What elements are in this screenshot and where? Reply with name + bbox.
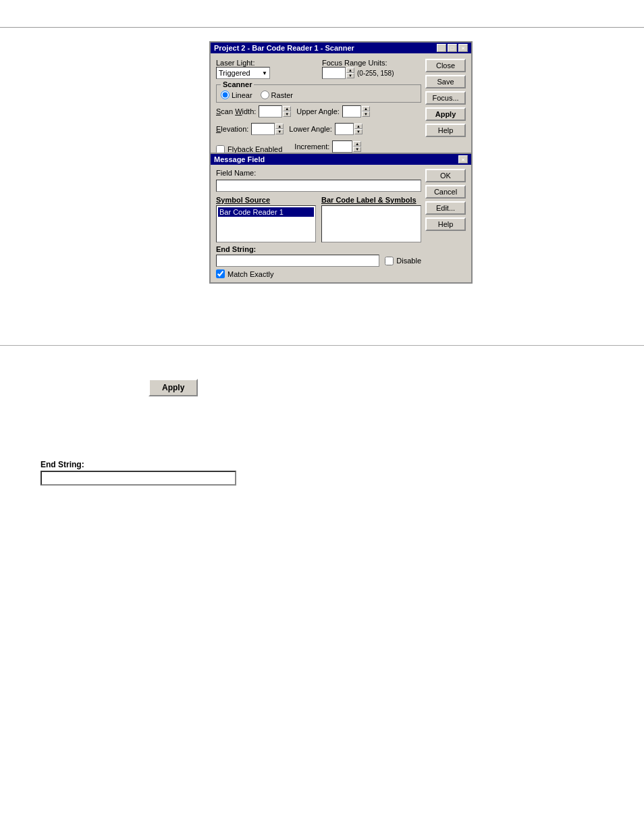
apply-standalone-button[interactable]: Apply	[149, 379, 198, 396]
save-button[interactable]: Save	[425, 75, 466, 88]
message-left-panel: Field Name: a Symbol Source Bar Code Rea…	[216, 169, 421, 278]
elev-lower-row: Elevation: 0 ▲ ▼ Lower Angle: 0	[216, 123, 421, 138]
cancel-button[interactable]: Cancel	[425, 185, 466, 199]
lower-angle-label: Lower Angle:	[289, 125, 332, 133]
elevation-input[interactable]: 0	[251, 123, 275, 135]
upper-angle-up[interactable]: ▲	[362, 106, 370, 111]
symbol-source-label: Symbol Source	[216, 196, 316, 204]
raster-radio[interactable]: Raster	[261, 90, 293, 99]
disable-row: Disable	[385, 257, 421, 265]
edit-button[interactable]: Edit...	[425, 201, 466, 215]
end-string-section: End String: Disable Match Exactly	[216, 245, 421, 278]
increment-input[interactable]: 0.1	[332, 140, 352, 153]
lower-angle-input[interactable]: 0	[335, 123, 354, 135]
lower-angle-down[interactable]: ▼	[354, 129, 363, 134]
laser-light-value: Triggered	[219, 69, 250, 77]
lower-angle-arrows: ▲ ▼	[354, 124, 363, 134]
msg-help-button[interactable]: Help	[425, 217, 466, 231]
focus-up-arrow[interactable]: ▲	[346, 68, 354, 73]
source-selected-item[interactable]: Bar Code Reader 1	[218, 207, 314, 217]
raster-radio-input[interactable]	[261, 90, 269, 99]
scanner-dialog: Project 2 - Bar Code Reader 1 - Scanner …	[209, 41, 473, 162]
scanner-title-bar: Project 2 - Bar Code Reader 1 - Scanner …	[211, 43, 471, 53]
linear-label: Linear	[232, 91, 252, 99]
focus-range-input[interactable]: 150	[322, 67, 346, 79]
message-right-buttons: OK Cancel Edit... Help	[425, 169, 466, 278]
lower-angle-up[interactable]: ▲	[354, 124, 363, 129]
mid-rule	[0, 345, 644, 346]
scan-upper-row: Scan Width: 80 ▲ ▼ Upper Angle: 0	[216, 105, 421, 120]
symbol-source-col: Symbol Source Bar Code Reader 1	[216, 196, 316, 242]
lower-angle-spinner: 0 ▲ ▼	[335, 123, 363, 135]
scanner-top-row: Laser Light: Triggered ▼ Focus Range Uni…	[216, 59, 421, 82]
scanner-group-box: Scanner Linear Raster	[216, 84, 421, 103]
end-string-standalone-input[interactable]	[41, 471, 236, 486]
upper-angle-input[interactable]: 0	[342, 105, 361, 118]
focus-button[interactable]: Focus...	[425, 91, 466, 105]
focus-range-row: 150 ▲ ▼ (0-255, 158)	[322, 67, 421, 79]
scan-width-arrows: ▲ ▼	[283, 106, 291, 117]
close-icon[interactable]: ×	[458, 44, 468, 52]
elevation-row: Elevation: 0 ▲ ▼	[216, 123, 284, 135]
increment-label: Increment:	[294, 142, 329, 151]
scan-width-input[interactable]: 80	[259, 105, 282, 118]
raster-label: Raster	[271, 91, 293, 99]
ok-button[interactable]: OK	[425, 169, 466, 182]
help-button[interactable]: Help	[425, 124, 466, 137]
end-string-input[interactable]	[216, 255, 379, 267]
dropdown-arrow-icon: ▼	[262, 70, 267, 76]
scanner-radio-group: Linear Raster	[221, 88, 417, 99]
increment-row: Increment: 0.1 ▲ ▼	[294, 140, 361, 153]
scan-width-down[interactable]: ▼	[283, 111, 291, 117]
apply-button[interactable]: Apply	[425, 107, 466, 121]
elevation-label: Elevation:	[216, 125, 248, 133]
disable-checkbox[interactable]	[385, 257, 394, 265]
end-string-label: End String:	[216, 245, 421, 253]
minimize-button[interactable]: _	[437, 44, 446, 52]
maximize-button[interactable]: □	[448, 44, 457, 52]
field-name-row: Field Name:	[216, 169, 421, 177]
symbol-source-list[interactable]: Bar Code Reader 1	[216, 205, 316, 242]
focus-range-arrows: ▲ ▼	[346, 68, 354, 78]
focus-range-section: Focus Range Units: 150 ▲ ▼ (0-255, 158)	[322, 59, 421, 82]
scan-width-row: Scan Width: 80 ▲ ▼	[216, 105, 291, 118]
upper-angle-label: Upper Angle:	[296, 107, 340, 115]
message-title-controls: ×	[458, 155, 468, 163]
laser-light-label: Laser Light:	[216, 59, 315, 67]
elevation-down[interactable]: ▼	[275, 129, 284, 134]
message-dialog-body: Field Name: a Symbol Source Bar Code Rea…	[211, 165, 471, 282]
increment-up[interactable]: ▲	[353, 141, 361, 147]
laser-light-dropdown[interactable]: Triggered ▼	[216, 67, 270, 79]
focus-range-label: Focus Range Units:	[322, 59, 421, 67]
sources-row: Symbol Source Bar Code Reader 1 Bar Code…	[216, 196, 421, 242]
focus-down-arrow[interactable]: ▼	[346, 73, 354, 78]
end-string-standalone-label: End String:	[41, 460, 236, 469]
scanner-dialog-body: Laser Light: Triggered ▼ Focus Range Uni…	[211, 53, 471, 161]
field-name-input[interactable]: a	[216, 180, 421, 192]
barcode-list[interactable]	[321, 205, 421, 242]
match-exactly-label: Match Exactly	[227, 270, 273, 278]
match-exactly-checkbox[interactable]	[216, 269, 225, 278]
increment-down[interactable]: ▼	[353, 147, 361, 152]
increment-arrows: ▲ ▼	[353, 141, 361, 152]
upper-angle-spinner: 0 ▲ ▼	[342, 105, 370, 118]
elevation-up[interactable]: ▲	[275, 124, 284, 129]
scan-width-label: Scan Width:	[216, 107, 256, 115]
focus-range-spinner: 150 ▲ ▼	[322, 67, 354, 79]
scan-width-up[interactable]: ▲	[283, 106, 291, 111]
scanner-title-controls: _ □ ×	[437, 44, 468, 52]
scanner-left-panel: Laser Light: Triggered ▼ Focus Range Uni…	[216, 59, 421, 155]
elevation-spinner: 0 ▲ ▼	[251, 123, 284, 135]
close-button[interactable]: Close	[425, 59, 466, 72]
barcode-label: Bar Code Label & Symbols	[321, 196, 421, 204]
upper-angle-down[interactable]: ▼	[362, 111, 370, 117]
field-name-label: Field Name:	[216, 169, 256, 177]
message-title: Message Field	[214, 155, 265, 163]
msg-close-icon[interactable]: ×	[458, 155, 468, 163]
scanner-group-label: Scanner	[221, 80, 254, 88]
scanner-title: Project 2 - Bar Code Reader 1 - Scanner	[214, 44, 354, 52]
linear-radio-input[interactable]	[221, 90, 230, 99]
upper-angle-row: Upper Angle: 0 ▲ ▼	[296, 105, 370, 118]
focus-range-hint: (0-255, 158)	[357, 70, 394, 77]
linear-radio[interactable]: Linear	[221, 90, 252, 99]
